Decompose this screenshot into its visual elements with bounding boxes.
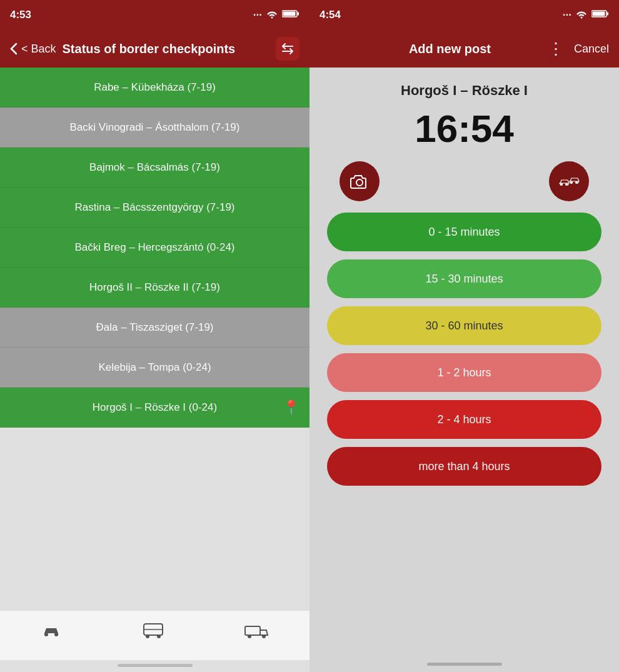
back-button[interactable]: < Back [10, 43, 56, 56]
location-pin-icon: 📍 [283, 399, 299, 416]
wait-2-4-button[interactable]: 2 - 4 hours [327, 400, 601, 439]
left-nav-title: Status of border checkpoints [63, 42, 269, 56]
current-time-display: 16:54 [415, 108, 514, 150]
checkpoint-item[interactable]: Rabe – Kübekháza (7-19) [0, 68, 310, 108]
svg-point-19 [575, 181, 578, 184]
wait-options: 0 - 15 minutes 15 - 30 minutes 30 - 60 m… [327, 213, 601, 486]
right-home-indicator [427, 663, 502, 666]
bottom-tab-bar [0, 610, 310, 660]
battery-icon [282, 9, 299, 21]
wait-0-15-button[interactable]: 0 - 15 minutes [327, 213, 601, 251]
right-status-icons: ··· [563, 9, 609, 22]
selected-checkpoint-name: Horgoš I – Röszke I [401, 83, 528, 99]
action-icons-row [327, 161, 601, 201]
svg-point-18 [570, 181, 573, 184]
left-status-icons: ··· [253, 9, 299, 22]
left-home-indicator [118, 664, 193, 667]
svg-point-4 [54, 633, 58, 636]
right-status-bar: 4:54 ··· [310, 0, 619, 30]
right-content: Horgoš I – Röszke I 16:54 [310, 68, 619, 498]
right-battery-icon [591, 9, 609, 21]
wait-15-30-button[interactable]: 15 - 30 minutes [327, 259, 601, 298]
wait-more-4-button[interactable]: more than 4 hours [327, 447, 601, 486]
svg-point-16 [560, 183, 563, 186]
left-time: 4:53 [10, 9, 31, 21]
right-panel: 4:54 ··· Add new post ⋮ Cancel [310, 0, 619, 672]
svg-point-3 [44, 633, 48, 636]
checkpoint-item[interactable]: Horgoš II – Röszke II (7-19) [0, 268, 310, 308]
right-nav-bar: Add new post ⋮ Cancel [310, 30, 619, 68]
checkpoint-item[interactable]: Bački Breg – Hercegszántó (0-24) [0, 228, 310, 268]
checkpoint-item[interactable]: Bajmok – Bácsalmás (7-19) [0, 148, 310, 188]
svg-point-15 [356, 179, 363, 186]
svg-rect-2 [298, 13, 299, 16]
tab-car[interactable] [39, 622, 63, 643]
checkpoint-item[interactable]: Rastina – Bácsszentgyörgy (7-19) [0, 188, 310, 228]
more-options-button[interactable]: ⋮ [543, 39, 569, 59]
tab-bus[interactable] [141, 621, 165, 643]
cancel-button[interactable]: Cancel [574, 43, 609, 56]
svg-rect-14 [607, 13, 609, 16]
transfer-icon-button[interactable] [276, 37, 299, 61]
left-status-bar: 4:53 ··· [0, 0, 310, 30]
wait-1-2-button[interactable]: 1 - 2 hours [327, 353, 601, 392]
signal-dots-icon: ··· [253, 9, 262, 21]
checkpoint-item[interactable]: Kelebija – Tompa (0-24) [0, 348, 310, 388]
checkpoint-item[interactable]: Backi Vinogradi – Ásotthalom (7-19) [0, 108, 310, 148]
car-crossing-button[interactable] [549, 161, 589, 201]
wait-30-60-button[interactable]: 30 - 60 minutes [327, 306, 601, 345]
svg-rect-13 [593, 12, 605, 16]
right-nav-title: Add new post [409, 42, 491, 56]
svg-point-7 [146, 634, 149, 638]
svg-rect-9 [245, 626, 260, 635]
svg-point-17 [565, 183, 568, 186]
svg-point-10 [248, 634, 251, 638]
right-time: 4:54 [320, 9, 341, 21]
left-panel: 4:53 ··· < Back Status of border checkp [0, 0, 310, 672]
checkpoint-item-selected[interactable]: Horgoš I – Röszke I (0-24) 📍 [0, 388, 310, 428]
svg-rect-1 [283, 12, 296, 16]
svg-point-11 [262, 634, 266, 638]
checkpoint-list: Rabe – Kübekháza (7-19) Backi Vinogradi … [0, 68, 310, 610]
right-signal-dots-icon: ··· [563, 9, 571, 21]
wifi-icon [266, 9, 278, 22]
right-wifi-icon [575, 9, 588, 22]
svg-point-8 [157, 634, 161, 638]
left-nav-bar: < Back Status of border checkpoints [0, 30, 310, 68]
checkpoint-item[interactable]: Đala – Tiszasziget (7-19) [0, 308, 310, 348]
back-label: < Back [21, 43, 56, 56]
camera-button[interactable] [340, 161, 380, 201]
tab-truck[interactable] [244, 621, 270, 643]
